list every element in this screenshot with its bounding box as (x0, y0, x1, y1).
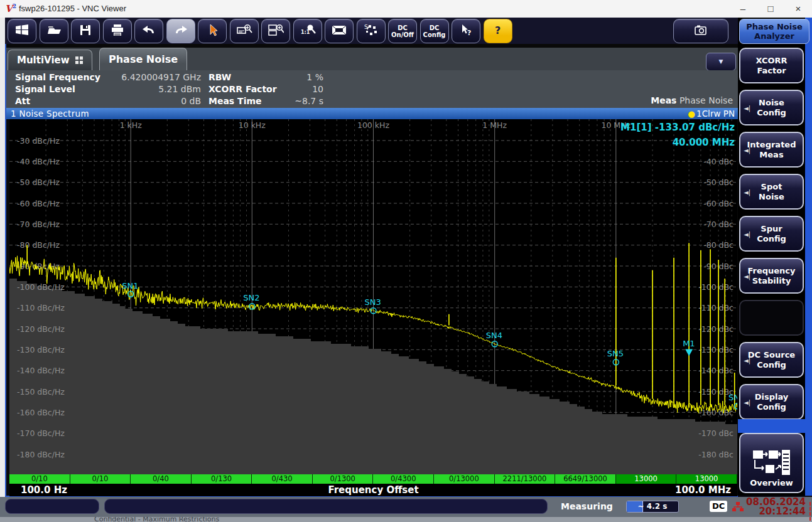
submenu-arrow-icon: ◄| (744, 104, 750, 114)
softkey-dc-source-config[interactable]: ◄|DC SourceConfig (739, 342, 804, 378)
result-window-title: 1 Noise Spectrum (11, 108, 89, 119)
softkey-display-config[interactable]: ◄|DisplayConfig (739, 384, 804, 420)
noise-spectrum-chart[interactable]: -30 dBc/Hz-40 dBc/Hz-50 dBc/Hz-60 dBc/Hz… (9, 119, 737, 474)
svg-text:-70 dBc: -70 dBc (703, 220, 734, 229)
svg-text:-120 dBc/Hz: -120 dBc/Hz (17, 324, 65, 334)
tab-bar: MultiView Phase Noise ▼ (6, 48, 738, 70)
svg-text:-150 dBc/Hz: -150 dBc/Hz (17, 387, 65, 397)
info-value[interactable]: 5.21 dBm (100, 84, 201, 94)
title-bar: V2 fswp26-101295 - VNC Viewer – □ × (0, 0, 812, 18)
svg-text:-180 dBc: -180 dBc (698, 450, 734, 459)
zoom-area-icon (236, 23, 252, 40)
softkey-frequency-stability[interactable]: ◄|FrequencyStability (739, 258, 804, 294)
info-value[interactable]: 1 % (270, 72, 323, 82)
save-button[interactable] (71, 19, 100, 43)
svg-text:-160 dBc/Hz: -160 dBc/Hz (17, 408, 65, 417)
info-value[interactable]: 10 (270, 84, 323, 94)
dc-onoff-button[interactable]: DCOn/Off (388, 19, 417, 43)
softkey-integrated-meas[interactable]: ◄|IntegratedMeas (739, 132, 804, 168)
result-window-header[interactable]: 1 Noise Spectrum ●1Clrw PN (6, 108, 738, 119)
camera-button[interactable] (673, 19, 728, 43)
undo-button[interactable] (134, 19, 163, 43)
status-text: Measuring (561, 501, 613, 511)
softkey-blank[interactable] (739, 300, 804, 336)
help-pointer-button[interactable]: ? (452, 19, 480, 43)
softkey-label: Noise (759, 192, 784, 202)
softkey-spot-noise[interactable]: ◄|SpotNoise (739, 174, 804, 210)
status-pill[interactable] (104, 499, 548, 514)
instrument-screen: MultiView Phase Noise ▼ Signal Frequency… (5, 44, 738, 497)
xcorr-segment: 0/10 (9, 474, 70, 484)
question-icon: ? (490, 23, 506, 40)
submenu-arrow-icon: ◄| (744, 146, 750, 156)
noise-spectrum-plot[interactable]: -30 dBc/Hz-40 dBc/Hz-50 dBc/Hz-60 dBc/Hz… (9, 119, 737, 474)
overview-button[interactable]: Overview (739, 433, 804, 493)
button-label: On/Off (391, 31, 414, 38)
xcorr-segment: 0/4300 (373, 474, 434, 484)
info-value[interactable]: 6.420004917 GHz (100, 72, 201, 82)
softkey-noise-config[interactable]: ◄|NoiseConfig (739, 90, 804, 125)
xcorr-segment: 13000 (616, 474, 677, 484)
button-label: DC (398, 24, 408, 31)
svg-text:SN3: SN3 (365, 297, 381, 307)
zoom-1to1-button[interactable]: 1:1 (293, 19, 322, 43)
softkey-label: Config (757, 402, 786, 412)
print-button[interactable] (103, 19, 132, 43)
minimize-button[interactable]: – (729, 0, 757, 17)
svg-text:-120 dBc: -120 dBc (698, 324, 734, 334)
vnc-logo-icon: V2 (5, 3, 16, 14)
info-value[interactable]: 0 dB (100, 96, 201, 106)
info-label: Meas Time (208, 96, 262, 106)
app-mode-button[interactable]: Phase Noise Analyzer (739, 19, 809, 44)
svg-text:-50 dBc/Hz: -50 dBc/Hz (17, 178, 60, 187)
xcorr-segment: 0/130 (192, 474, 252, 484)
close-button[interactable]: × (784, 0, 812, 17)
date-time: 08.06.2024 20:12:44 (746, 498, 806, 516)
svg-text:40.000 MHz: 40.000 MHz (673, 137, 735, 148)
softkey-label: Config (757, 234, 786, 244)
dc-config-button[interactable]: DCConfig (420, 19, 449, 43)
help-button[interactable]: ? (484, 19, 512, 43)
softkey-spur-config[interactable]: ◄|SpurConfig (739, 216, 804, 252)
svg-text:-140 dBc/Hz: -140 dBc/Hz (17, 366, 65, 375)
svg-text:-130 dBc/Hz: -130 dBc/Hz (17, 345, 65, 354)
network-icon (732, 502, 744, 512)
info-label: Signal Level (15, 84, 75, 94)
dc-status-badge[interactable]: DC (710, 501, 727, 512)
single-sweep-icon: S (363, 23, 379, 40)
maximize-button[interactable]: □ (757, 0, 784, 17)
open-button[interactable] (40, 19, 68, 43)
progress-time: ~ 4.2 s (627, 502, 678, 511)
svg-text:-170 dBc: -170 dBc (698, 429, 734, 438)
softkey-label: Spot (761, 182, 782, 192)
softkey-label: Config (757, 108, 786, 118)
svg-text:SN6: SN6 (728, 393, 737, 402)
pointer-button[interactable] (198, 19, 227, 43)
tab-multiview[interactable]: MultiView (8, 50, 92, 70)
info-value[interactable]: ~8.7 s (270, 96, 323, 106)
tab-multiview-label: MultiView (17, 55, 70, 66)
undo-icon (141, 23, 157, 40)
svg-text:-60 dBc: -60 dBc (703, 199, 734, 208)
display-button[interactable] (325, 19, 354, 43)
single-sweep-button[interactable]: S (357, 19, 386, 43)
zoom-1to1-icon: 1:1 (300, 23, 316, 40)
tab-dropdown-button[interactable]: ▼ (706, 53, 736, 71)
zoom-multi-button[interactable] (261, 19, 290, 43)
tab-phase-noise[interactable]: Phase Noise (99, 48, 187, 70)
windows-button[interactable] (8, 19, 36, 43)
classification-strip: Confidential - Maximum Restrictions (0, 517, 812, 522)
submenu-arrow-icon: ◄| (744, 356, 750, 366)
redo-button[interactable] (166, 19, 195, 43)
x-axis-row: 100.0 Hz Frequency Offset 100.0 MHz (9, 484, 737, 496)
submenu-arrow-icon: ◄| (744, 398, 750, 408)
measurement-info-panel: Signal Frequency 6.420004917 GHz Signal … (6, 70, 738, 108)
svg-text:-110 dBc/Hz: -110 dBc/Hz (17, 303, 65, 312)
status-pill[interactable] (5, 499, 99, 514)
softkey-xcorr-factor[interactable]: XCORRFactor (739, 48, 804, 83)
zoom-area-button[interactable] (230, 19, 259, 43)
softkey-label: DC Source (748, 350, 795, 360)
svg-text:-30 dBc/Hz: -30 dBc/Hz (17, 136, 60, 146)
svg-text:-170 dBc/Hz: -170 dBc/Hz (17, 429, 65, 438)
xcorr-progress-bar: 0/100/100/400/1300/4300/13000/43000/1300… (9, 474, 737, 484)
